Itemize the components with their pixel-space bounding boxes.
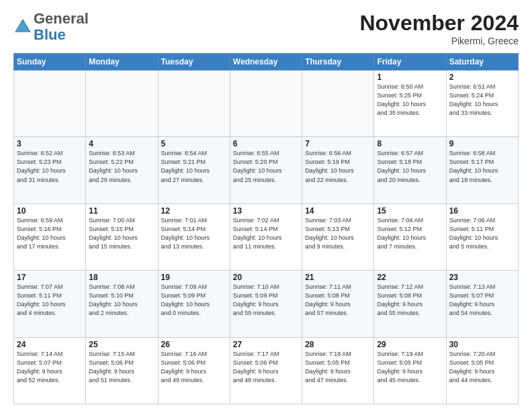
day-info: Sunrise: 7:04 AM Sunset: 5:12 PM Dayligh… bbox=[377, 216, 443, 251]
day-info: Sunrise: 7:07 AM Sunset: 5:11 PM Dayligh… bbox=[17, 283, 83, 318]
calendar-cell bbox=[14, 71, 86, 137]
calendar-week-2: 3Sunrise: 6:52 AM Sunset: 5:23 PM Daylig… bbox=[14, 137, 519, 203]
calendar-cell: 8Sunrise: 6:57 AM Sunset: 5:18 PM Daylig… bbox=[374, 137, 446, 203]
logo: General Blue bbox=[13, 11, 89, 43]
day-info: Sunrise: 7:09 AM Sunset: 5:09 PM Dayligh… bbox=[161, 283, 227, 318]
calendar-cell: 15Sunrise: 7:04 AM Sunset: 5:12 PM Dayli… bbox=[374, 203, 446, 270]
day-info: Sunrise: 7:20 AM Sunset: 5:05 PM Dayligh… bbox=[449, 350, 515, 385]
day-number: 30 bbox=[449, 340, 515, 349]
calendar-cell: 29Sunrise: 7:19 AM Sunset: 5:05 PM Dayli… bbox=[374, 337, 446, 404]
calendar-cell: 3Sunrise: 6:52 AM Sunset: 5:23 PM Daylig… bbox=[14, 137, 86, 203]
day-number: 17 bbox=[17, 273, 83, 282]
calendar-week-4: 17Sunrise: 7:07 AM Sunset: 5:11 PM Dayli… bbox=[14, 271, 519, 337]
logo-blue: Blue bbox=[34, 26, 66, 43]
calendar-cell bbox=[302, 71, 374, 137]
day-number: 14 bbox=[305, 206, 371, 216]
calendar-week-1: 1Sunrise: 6:50 AM Sunset: 5:25 PM Daylig… bbox=[14, 71, 519, 137]
calendar-cell: 28Sunrise: 7:18 AM Sunset: 5:05 PM Dayli… bbox=[302, 337, 374, 404]
calendar-cell: 16Sunrise: 7:06 AM Sunset: 5:11 PM Dayli… bbox=[446, 203, 518, 270]
calendar-cell: 9Sunrise: 6:58 AM Sunset: 5:17 PM Daylig… bbox=[446, 137, 518, 203]
header: General Blue November 2024 Pikermi, Gree… bbox=[13, 11, 519, 46]
calendar-cell: 14Sunrise: 7:03 AM Sunset: 5:13 PM Dayli… bbox=[302, 203, 374, 270]
calendar-cell: 23Sunrise: 7:13 AM Sunset: 5:07 PM Dayli… bbox=[446, 271, 518, 337]
day-info: Sunrise: 6:53 AM Sunset: 5:22 PM Dayligh… bbox=[89, 149, 154, 184]
day-number: 20 bbox=[233, 273, 299, 282]
calendar-cell: 10Sunrise: 6:59 AM Sunset: 5:16 PM Dayli… bbox=[14, 203, 86, 270]
calendar-cell: 26Sunrise: 7:16 AM Sunset: 5:06 PM Dayli… bbox=[158, 337, 230, 404]
page: General Blue November 2024 Pikermi, Gree… bbox=[0, 0, 532, 411]
col-wednesday: Wednesday bbox=[230, 54, 302, 71]
calendar-cell bbox=[86, 71, 158, 137]
day-number: 10 bbox=[17, 206, 83, 216]
day-info: Sunrise: 6:54 AM Sunset: 5:21 PM Dayligh… bbox=[161, 149, 227, 184]
col-sunday: Sunday bbox=[14, 54, 86, 71]
day-info: Sunrise: 7:16 AM Sunset: 5:06 PM Dayligh… bbox=[161, 350, 227, 385]
calendar-cell: 27Sunrise: 7:17 AM Sunset: 5:06 PM Dayli… bbox=[230, 337, 302, 404]
col-monday: Monday bbox=[86, 54, 158, 71]
day-number: 29 bbox=[377, 340, 443, 349]
calendar: Sunday Monday Tuesday Wednesday Thursday… bbox=[13, 53, 519, 404]
day-number: 6 bbox=[233, 139, 299, 148]
day-number: 9 bbox=[449, 139, 515, 148]
day-info: Sunrise: 6:52 AM Sunset: 5:23 PM Dayligh… bbox=[17, 149, 83, 184]
calendar-cell: 24Sunrise: 7:14 AM Sunset: 5:07 PM Dayli… bbox=[14, 337, 86, 404]
day-number: 8 bbox=[377, 139, 443, 148]
day-info: Sunrise: 7:19 AM Sunset: 5:05 PM Dayligh… bbox=[377, 350, 443, 385]
logo-text: General Blue bbox=[34, 11, 89, 43]
day-number: 4 bbox=[89, 139, 154, 148]
day-info: Sunrise: 7:14 AM Sunset: 5:07 PM Dayligh… bbox=[17, 350, 83, 385]
month-title: November 2024 bbox=[359, 11, 519, 36]
calendar-cell: 17Sunrise: 7:07 AM Sunset: 5:11 PM Dayli… bbox=[14, 271, 86, 337]
logo-general: General bbox=[34, 10, 89, 27]
col-thursday: Thursday bbox=[302, 54, 374, 71]
calendar-cell: 22Sunrise: 7:12 AM Sunset: 5:08 PM Dayli… bbox=[374, 271, 446, 337]
day-info: Sunrise: 7:02 AM Sunset: 5:14 PM Dayligh… bbox=[233, 216, 299, 251]
calendar-cell: 19Sunrise: 7:09 AM Sunset: 5:09 PM Dayli… bbox=[158, 271, 230, 337]
calendar-cell: 13Sunrise: 7:02 AM Sunset: 5:14 PM Dayli… bbox=[230, 203, 302, 270]
day-number: 1 bbox=[377, 73, 443, 82]
day-info: Sunrise: 7:08 AM Sunset: 5:10 PM Dayligh… bbox=[89, 283, 154, 318]
calendar-header-row: Sunday Monday Tuesday Wednesday Thursday… bbox=[14, 54, 519, 71]
col-saturday: Saturday bbox=[446, 54, 518, 71]
day-info: Sunrise: 6:57 AM Sunset: 5:18 PM Dayligh… bbox=[377, 149, 443, 184]
day-number: 19 bbox=[161, 273, 227, 282]
day-info: Sunrise: 6:59 AM Sunset: 5:16 PM Dayligh… bbox=[17, 216, 83, 251]
day-info: Sunrise: 7:12 AM Sunset: 5:08 PM Dayligh… bbox=[377, 283, 443, 318]
col-friday: Friday bbox=[374, 54, 446, 71]
day-info: Sunrise: 6:56 AM Sunset: 5:19 PM Dayligh… bbox=[305, 149, 371, 184]
calendar-cell: 12Sunrise: 7:01 AM Sunset: 5:14 PM Dayli… bbox=[158, 203, 230, 270]
col-tuesday: Tuesday bbox=[158, 54, 230, 71]
day-number: 16 bbox=[449, 206, 515, 216]
calendar-cell: 20Sunrise: 7:10 AM Sunset: 5:09 PM Dayli… bbox=[230, 271, 302, 337]
location: Pikermi, Greece bbox=[359, 36, 519, 46]
day-number: 3 bbox=[17, 139, 83, 148]
day-info: Sunrise: 6:51 AM Sunset: 5:24 PM Dayligh… bbox=[449, 83, 515, 118]
logo-icon bbox=[13, 17, 32, 36]
day-number: 22 bbox=[377, 273, 443, 282]
calendar-week-3: 10Sunrise: 6:59 AM Sunset: 5:16 PM Dayli… bbox=[14, 203, 519, 270]
day-number: 27 bbox=[233, 340, 299, 349]
day-number: 23 bbox=[449, 273, 515, 282]
day-number: 15 bbox=[377, 206, 443, 216]
calendar-cell bbox=[158, 71, 230, 137]
calendar-cell: 21Sunrise: 7:11 AM Sunset: 5:08 PM Dayli… bbox=[302, 271, 374, 337]
day-number: 13 bbox=[233, 206, 299, 216]
calendar-cell: 25Sunrise: 7:15 AM Sunset: 5:06 PM Dayli… bbox=[86, 337, 158, 404]
day-number: 21 bbox=[305, 273, 371, 282]
day-info: Sunrise: 6:58 AM Sunset: 5:17 PM Dayligh… bbox=[449, 149, 515, 184]
day-number: 25 bbox=[89, 340, 154, 349]
day-info: Sunrise: 6:55 AM Sunset: 5:20 PM Dayligh… bbox=[233, 149, 299, 184]
day-info: Sunrise: 6:50 AM Sunset: 5:25 PM Dayligh… bbox=[377, 83, 443, 118]
day-number: 2 bbox=[449, 73, 515, 82]
calendar-cell: 11Sunrise: 7:00 AM Sunset: 5:15 PM Dayli… bbox=[86, 203, 158, 270]
day-info: Sunrise: 7:17 AM Sunset: 5:06 PM Dayligh… bbox=[233, 350, 299, 385]
day-info: Sunrise: 7:18 AM Sunset: 5:05 PM Dayligh… bbox=[305, 350, 371, 385]
day-info: Sunrise: 7:10 AM Sunset: 5:09 PM Dayligh… bbox=[233, 283, 299, 318]
calendar-cell: 2Sunrise: 6:51 AM Sunset: 5:24 PM Daylig… bbox=[446, 71, 518, 137]
calendar-cell: 1Sunrise: 6:50 AM Sunset: 5:25 PM Daylig… bbox=[374, 71, 446, 137]
day-number: 24 bbox=[17, 340, 83, 349]
day-number: 5 bbox=[161, 139, 227, 148]
day-number: 12 bbox=[161, 206, 227, 216]
calendar-cell bbox=[230, 71, 302, 137]
calendar-cell: 7Sunrise: 6:56 AM Sunset: 5:19 PM Daylig… bbox=[302, 137, 374, 203]
